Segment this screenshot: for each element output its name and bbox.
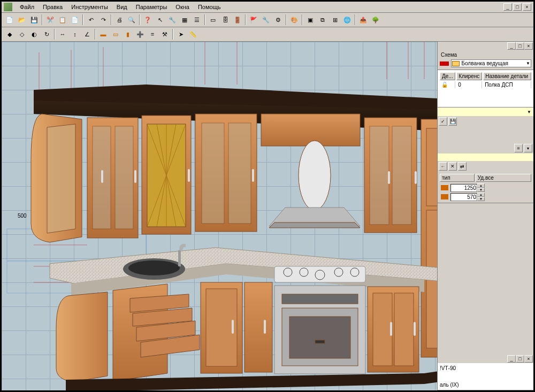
mirror-icon[interactable]: ⇄ xyxy=(458,162,467,171)
cut-icon[interactable]: ✂️ xyxy=(44,14,56,26)
dimension-input-2[interactable] xyxy=(450,193,477,201)
save-panel-icon[interactable]: 💾 xyxy=(448,117,457,126)
cascade-icon[interactable]: ⧉ xyxy=(317,14,328,26)
app-icon xyxy=(4,3,12,11)
undo-icon[interactable]: ↶ xyxy=(85,14,97,26)
dim-v-icon[interactable]: ↕ xyxy=(69,28,81,40)
lock-icon: 🔓 xyxy=(440,81,455,88)
menubar: Файл Правка Инструменты Вид Параметры Ок… xyxy=(2,2,533,13)
col-delete-all[interactable]: Уд.все xyxy=(476,174,531,182)
preview-icon[interactable]: 🔍 xyxy=(126,14,137,26)
vertical-icon[interactable]: ▮ xyxy=(122,28,134,40)
col-name[interactable]: Название детали xyxy=(483,72,531,80)
box-icon[interactable]: ▭ xyxy=(207,14,219,26)
config-icon[interactable]: ▼ xyxy=(524,144,532,152)
copy-icon[interactable]: 📋 xyxy=(57,14,68,26)
globe-icon[interactable]: 🌐 xyxy=(341,14,353,26)
menu-edit[interactable]: Правка xyxy=(39,3,67,11)
door-icon[interactable]: 🚪 xyxy=(232,14,243,26)
export-icon[interactable]: 📤 xyxy=(357,14,369,26)
col-clearance[interactable]: Клиренс xyxy=(456,72,482,80)
spin-down-icon[interactable]: ▼ xyxy=(477,197,485,201)
panel-close-icon[interactable]: × xyxy=(524,42,533,50)
help-icon[interactable]: ❓ xyxy=(142,14,154,26)
new-icon[interactable]: 📄 xyxy=(4,14,16,26)
col-detail[interactable]: Де... xyxy=(440,72,455,80)
wire-icon[interactable]: ◇ xyxy=(16,28,28,40)
list-item[interactable]: аль (IX) xyxy=(440,382,531,388)
axis-label-x: X xyxy=(280,339,284,345)
menu-options[interactable]: Параметры xyxy=(132,3,172,11)
table-icon[interactable]: ▦ xyxy=(179,14,190,26)
rotate-icon[interactable]: ↻ xyxy=(41,28,52,40)
color-icon[interactable]: 🎨 xyxy=(288,14,300,26)
tree-icon[interactable]: 🌳 xyxy=(370,14,381,26)
schema-label: Схема xyxy=(439,51,532,58)
arrow-icon[interactable]: ↖ xyxy=(154,14,166,26)
dimension-label: 500 xyxy=(430,106,437,112)
spin-up-icon[interactable]: ▲ xyxy=(477,183,485,188)
apply-icon[interactable]: ✓ xyxy=(439,117,447,126)
panel-min-icon[interactable]: _ xyxy=(507,42,516,50)
dimension-label: 1500 xyxy=(114,213,126,219)
lower-min-icon[interactable]: _ xyxy=(507,355,516,363)
schema-dropdown-value: Болванка ведущая xyxy=(461,60,508,66)
dimension-input-1[interactable] xyxy=(450,184,477,192)
menu-windows[interactable]: Окна xyxy=(171,3,194,11)
cell-clearance: 0 xyxy=(456,81,482,88)
print-icon[interactable]: 🖨 xyxy=(113,14,125,26)
open-icon[interactable]: 📂 xyxy=(16,14,28,26)
redo-icon[interactable]: ↷ xyxy=(97,14,109,26)
workspace: 500 1500 500 X xyxy=(2,42,533,390)
minimize-button[interactable]: _ xyxy=(503,3,512,11)
schema-dropdown[interactable]: Болванка ведущая ▼ xyxy=(451,59,531,67)
dim-swatch-icon xyxy=(441,185,448,190)
menu-file[interactable]: Файл xyxy=(16,3,39,11)
stack-icon[interactable]: ≡ xyxy=(514,144,523,152)
app-window: Файл Правка Инструменты Вид Параметры Ок… xyxy=(2,2,533,390)
add-icon[interactable]: ➕ xyxy=(134,28,146,40)
panel-max-icon[interactable]: □ xyxy=(516,42,524,50)
lower-max-icon[interactable]: □ xyxy=(516,355,524,363)
chevron-down-icon: ▼ xyxy=(526,61,530,66)
hardware-icon[interactable]: ⚒ xyxy=(159,28,171,40)
maximize-button[interactable]: □ xyxy=(513,3,522,11)
menu-help[interactable]: Помощь xyxy=(194,3,225,11)
panel-icon[interactable]: ▬ xyxy=(97,28,109,40)
detail-table: Де... Клиренс Название детали 🔓 0 Полка … xyxy=(439,71,532,89)
gear-icon[interactable]: ⚙ xyxy=(272,14,284,26)
save-icon[interactable]: 💾 xyxy=(28,14,40,26)
spin-down-icon[interactable]: ▼ xyxy=(477,188,485,192)
lower-close-icon[interactable]: × xyxy=(524,355,533,363)
dim-h-icon[interactable]: ↔ xyxy=(57,28,68,40)
chevron-down-icon[interactable]: ▼ xyxy=(527,110,531,114)
close-button[interactable]: × xyxy=(523,3,531,11)
cabinet-icon[interactable]: 🗄 xyxy=(219,14,231,26)
list-icon[interactable]: ☰ xyxy=(191,14,203,26)
dim-swatch-icon xyxy=(441,194,448,199)
spin-up-icon[interactable]: ▲ xyxy=(477,193,485,197)
svg-rect-12 xyxy=(7,261,146,293)
flag-icon[interactable]: 🚩 xyxy=(248,14,259,26)
shade-icon[interactable]: ◐ xyxy=(28,28,40,40)
angle-icon[interactable]: ∠ xyxy=(81,28,93,40)
equals-icon[interactable]: = xyxy=(147,28,158,40)
measure-icon[interactable]: 📏 xyxy=(187,28,199,40)
package-icon xyxy=(452,61,460,66)
table-row[interactable]: 🔓 0 Полка ДСП xyxy=(440,81,531,88)
col-type[interactable]: тип xyxy=(440,174,475,182)
paste-icon[interactable]: 📄 xyxy=(69,14,81,26)
menu-tools[interactable]: Инструменты xyxy=(67,3,112,11)
tile-icon[interactable]: ⊞ xyxy=(329,14,341,26)
menu-view[interactable]: Вид xyxy=(112,3,132,11)
close-panel-icon[interactable]: ✕ xyxy=(448,162,457,171)
component-icon[interactable]: 🔧 xyxy=(166,14,178,26)
wrench-icon[interactable]: 🔧 xyxy=(260,14,272,26)
canvas-viewport[interactable]: 500 1500 500 X xyxy=(2,42,437,390)
window-icon[interactable]: ▣ xyxy=(304,14,316,26)
shelf-icon[interactable]: ▭ xyxy=(110,28,121,40)
list-item[interactable]: !VТ-90 xyxy=(440,365,531,371)
arrow-left-icon[interactable]: ← xyxy=(439,162,447,171)
cursor-icon[interactable]: ➤ xyxy=(175,28,187,40)
solid-icon[interactable]: ◆ xyxy=(4,28,16,40)
